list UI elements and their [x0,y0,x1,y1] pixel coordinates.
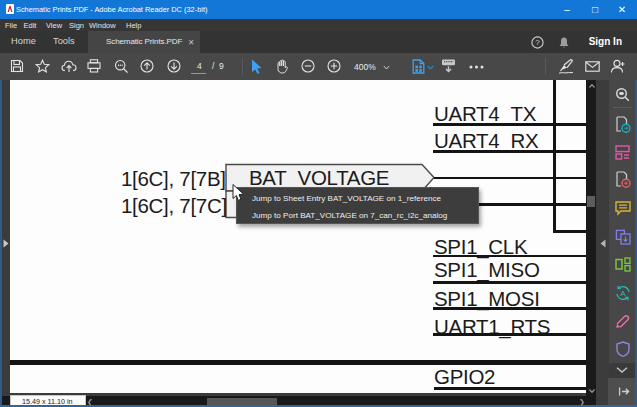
svg-text:?: ? [535,38,540,47]
svg-text:A: A [620,289,626,298]
